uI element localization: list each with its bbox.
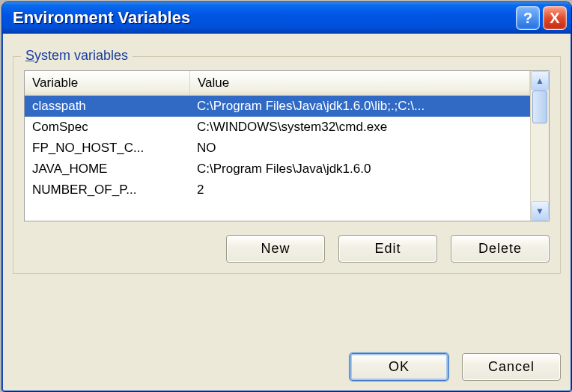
help-icon: ? bbox=[523, 10, 532, 27]
cell-variable: classpath bbox=[25, 96, 189, 117]
cell-value: C:\Program Files\Java\jdk1.6.0\lib;.;C:\… bbox=[189, 96, 530, 117]
chevron-up-icon: ▲ bbox=[535, 76, 544, 86]
dialog-button-row: OK Cancel bbox=[13, 340, 561, 381]
list-button-row: New Edit Delete bbox=[24, 235, 550, 263]
cell-variable: NUMBER_OF_P... bbox=[25, 180, 189, 200]
table-row[interactable]: NUMBER_OF_P... 2 bbox=[25, 180, 530, 200]
cell-variable: JAVA_HOME bbox=[25, 159, 189, 180]
cancel-button[interactable]: Cancel bbox=[462, 353, 561, 381]
cell-value: 2 bbox=[189, 180, 530, 200]
cell-variable: FP_NO_HOST_C... bbox=[25, 138, 189, 159]
dialog-content: System variables Variable Value classpat… bbox=[2, 34, 571, 391]
scroll-track[interactable] bbox=[531, 91, 549, 201]
table-row[interactable]: ComSpec C:\WINDOWS\system32\cmd.exe bbox=[25, 117, 530, 138]
system-variables-label: System variables bbox=[21, 48, 133, 64]
system-variables-list[interactable]: Variable Value classpath C:\Program File… bbox=[24, 70, 550, 221]
cell-value: C:\Program Files\Java\jdk1.6.0 bbox=[189, 159, 530, 180]
close-button[interactable]: X bbox=[543, 6, 567, 30]
scroll-thumb[interactable] bbox=[532, 91, 547, 123]
titlebar[interactable]: Environment Variables ? X bbox=[2, 2, 571, 34]
table-row[interactable]: FP_NO_HOST_C... NO bbox=[25, 138, 530, 159]
system-variables-group: System variables Variable Value classpat… bbox=[13, 56, 561, 274]
table-row[interactable]: classpath C:\Program Files\Java\jdk1.6.0… bbox=[25, 96, 530, 117]
column-header-value[interactable]: Value bbox=[190, 71, 530, 95]
ok-button[interactable]: OK bbox=[350, 353, 448, 381]
help-button[interactable]: ? bbox=[516, 6, 540, 30]
column-header-variable[interactable]: Variable bbox=[25, 71, 190, 95]
edit-button[interactable]: Edit bbox=[338, 235, 437, 263]
cell-variable: ComSpec bbox=[25, 117, 189, 138]
chevron-down-icon: ▼ bbox=[535, 206, 544, 216]
new-button[interactable]: New bbox=[226, 235, 325, 263]
list-header[interactable]: Variable Value bbox=[25, 71, 530, 96]
vertical-scrollbar[interactable]: ▲ ▼ bbox=[530, 71, 549, 221]
window-title: Environment Variables bbox=[13, 8, 190, 28]
cell-value: C:\WINDOWS\system32\cmd.exe bbox=[189, 117, 530, 138]
scroll-down-button[interactable]: ▼ bbox=[531, 201, 549, 221]
environment-variables-dialog: Environment Variables ? X System variabl… bbox=[1, 1, 572, 392]
cell-value: NO bbox=[189, 138, 530, 159]
scroll-up-button[interactable]: ▲ bbox=[531, 71, 549, 91]
delete-button[interactable]: Delete bbox=[451, 235, 550, 263]
list-body: Variable Value classpath C:\Program File… bbox=[25, 71, 530, 221]
table-row[interactable]: JAVA_HOME C:\Program Files\Java\jdk1.6.0 bbox=[25, 159, 530, 180]
close-icon: X bbox=[550, 10, 559, 27]
